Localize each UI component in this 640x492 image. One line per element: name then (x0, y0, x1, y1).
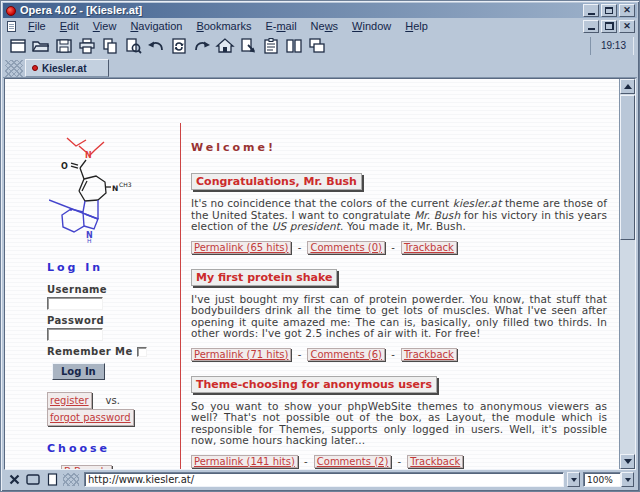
svg-text:O: O (61, 162, 68, 171)
back-button[interactable] (144, 35, 167, 56)
copy-button[interactable] (98, 35, 121, 56)
zoom-dropdown-button[interactable] (621, 472, 634, 487)
menu-window[interactable]: Window (345, 19, 398, 33)
copy-icon (100, 37, 120, 55)
opera-window: Opera 4.02 - [Kiesler.at] ✕ FileEditView… (0, 0, 640, 492)
document-icon (47, 473, 58, 486)
new-window-button[interactable] (6, 35, 29, 56)
password-label: Password (47, 315, 175, 326)
blog-post: Theme-choosing for anonymous users So yo… (191, 373, 607, 468)
home-icon (215, 37, 235, 55)
sidebar: N O N CH3 (5, 79, 181, 469)
maximize-button[interactable] (601, 4, 617, 17)
link-separator: - (301, 456, 311, 467)
address-dropdown-button[interactable] (567, 472, 580, 487)
page-status-icon (32, 65, 38, 71)
scroll-up-button[interactable] (620, 79, 635, 94)
close-button[interactable]: ✕ (619, 4, 635, 17)
tab-kiesler[interactable]: Kiesler.at (25, 59, 109, 77)
reload-button[interactable] (167, 35, 190, 56)
window-title: Opera 4.02 - [Kiesler.at] (20, 3, 142, 18)
post-link[interactable]: Trackback (401, 241, 457, 254)
link-separator: - (394, 456, 404, 467)
post-link[interactable]: Permalink (65 hits) (191, 241, 291, 254)
link-separator: - (294, 242, 304, 253)
blog-post: Congratulations, Mr. Bush It's no coinci… (191, 170, 607, 254)
post-title[interactable]: Theme-choosing for anonymous users (191, 376, 437, 393)
vertical-scrollbar[interactable] (619, 79, 635, 469)
post-link[interactable]: Comments (6) (307, 348, 385, 361)
close-icon: ✕ (623, 6, 631, 15)
post-body: I've just bought my first can of protein… (191, 294, 607, 340)
minimize-button[interactable] (583, 4, 599, 17)
menu-file[interactable]: File (21, 19, 53, 33)
post-title[interactable]: My first protein shake (191, 269, 337, 286)
cascade-windows-icon (307, 37, 327, 55)
forward-button[interactable] (190, 35, 213, 56)
menu-bookmarks[interactable]: Bookmarks (189, 19, 258, 33)
post-link[interactable]: Permalink (141 hits) (191, 455, 298, 468)
transfer-button[interactable] (236, 35, 259, 56)
dropdown-arrow-icon (571, 478, 577, 482)
svg-text:N: N (85, 151, 92, 160)
sidebar-link-bboards[interactable]: B.Boards (61, 465, 112, 469)
scroll-down-button[interactable] (620, 454, 635, 469)
login-button[interactable]: Log In (52, 363, 105, 380)
password-field[interactable] (47, 328, 103, 341)
new-window-icon (8, 37, 28, 55)
forward-icon (192, 37, 212, 55)
remember-me-label: Remember Me (47, 346, 133, 357)
menu-navigation[interactable]: Navigation (123, 19, 189, 33)
minimize-icon (588, 13, 595, 15)
find-button[interactable] (121, 35, 144, 56)
open-button[interactable] (29, 35, 52, 56)
arrow-up-icon (624, 84, 632, 89)
tile-windows-button[interactable] (282, 35, 305, 56)
address-input[interactable] (84, 472, 564, 487)
window-mode-button[interactable] (25, 472, 41, 487)
cascade-windows-button[interactable] (305, 35, 328, 56)
login-heading: Log In (47, 261, 175, 274)
forgot-password-link[interactable]: forgot password (47, 409, 134, 426)
document-button[interactable] (44, 472, 60, 487)
welcome-heading: Welcome! (191, 141, 607, 154)
link-separator: - (294, 349, 304, 360)
post-links: Permalink (65 hits) - Comments (0) - Tra… (191, 241, 607, 254)
post-title[interactable]: Congratulations, Mr. Bush (191, 173, 362, 190)
find-icon (123, 37, 143, 55)
child-close-icon: ✕ (623, 22, 631, 31)
username-field[interactable] (47, 297, 103, 310)
print-button[interactable] (75, 35, 98, 56)
child-close-button[interactable]: ✕ (619, 20, 635, 33)
menu-news[interactable]: News (304, 19, 346, 33)
remember-me-checkbox[interactable] (137, 347, 147, 357)
window-bar: Kiesler.at (3, 57, 637, 78)
scrollbar-thumb[interactable] (620, 95, 635, 240)
titlebar[interactable]: Opera 4.02 - [Kiesler.at] ✕ (3, 3, 637, 18)
child-minimize-button[interactable] (583, 20, 599, 33)
menu-edit[interactable]: Edit (53, 19, 86, 33)
main-content: Welcome! Congratulations, Mr. Bush It's … (181, 79, 619, 469)
register-link[interactable]: register (47, 392, 92, 409)
save-icon (54, 37, 74, 55)
post-link[interactable]: Permalink (71 hits) (191, 348, 291, 361)
post-link[interactable]: Trackback (407, 455, 463, 468)
home-button[interactable] (213, 35, 236, 56)
vs-text: vs. (106, 395, 120, 406)
menu-help[interactable]: Help (398, 19, 435, 33)
notes-button[interactable] (259, 35, 282, 56)
statusbar-grip[interactable] (63, 473, 79, 486)
zoom-input[interactable] (583, 472, 621, 487)
svg-text:N: N (112, 184, 118, 193)
post-link[interactable]: Comments (2) (314, 455, 392, 468)
stop-button[interactable] (6, 472, 22, 487)
save-button[interactable] (52, 35, 75, 56)
post-link[interactable]: Trackback (401, 348, 457, 361)
child-restore-button[interactable] (601, 20, 617, 33)
document-window-icon[interactable] (7, 21, 16, 32)
post-link[interactable]: Comments (0) (307, 241, 385, 254)
menu-email[interactable]: E-mail (258, 19, 303, 33)
drag-grip[interactable] (5, 60, 23, 77)
window-mode-icon (26, 474, 40, 486)
menu-view[interactable]: View (86, 19, 124, 33)
